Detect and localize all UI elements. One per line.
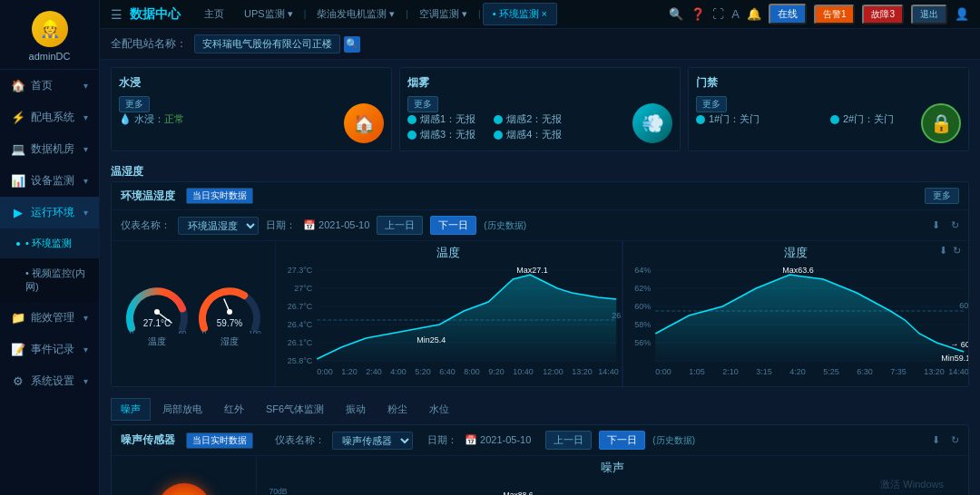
noise-tab-water[interactable]: 水位 — [419, 398, 459, 421]
temp-update-button[interactable]: 更多 — [925, 188, 959, 204]
datacenter-icon: 💻 — [11, 142, 25, 157]
door-label-2: 2#门：关门 — [843, 112, 894, 126]
sidebar-item-datacenter[interactable]: 💻 数据机房 ▾ — [0, 133, 99, 165]
nav-tab-generator[interactable]: 柴油发电机监测 ▾ — [308, 4, 404, 24]
chevron-icon: ▾ — [83, 376, 88, 386]
svg-text:60%: 60% — [634, 302, 651, 311]
sidebar-item-label: 运行环境 — [31, 205, 74, 220]
noise-tab-partial[interactable]: 局部放电 — [152, 398, 212, 421]
svg-text:6:30: 6:30 — [857, 367, 873, 376]
noise-sensor-select[interactable]: 噪声传感器 — [332, 432, 413, 450]
noise-prev-button[interactable]: 上一日 — [545, 431, 592, 450]
temp-gauge-svg: 27.1°C 0 60 — [124, 279, 190, 334]
sidebar-item-label: 事件记录 — [31, 342, 74, 357]
nav-tab-ac[interactable]: 空调监测 ▾ — [410, 4, 476, 24]
noise-tab-ir[interactable]: 红外 — [214, 398, 254, 421]
smoke-item-2: 烟感3：无报 烟感4：无报 — [407, 128, 672, 141]
svg-text:60.28: 60.28 — [959, 301, 968, 310]
noise-tab-noise[interactable]: 噪声 — [111, 398, 151, 421]
hum-gauge-label: 湿度 — [220, 335, 239, 348]
submenu-item-env-monitor[interactable]: • 环境监测 — [0, 228, 99, 258]
nav-tab-env[interactable]: • 环境监测 × — [483, 3, 557, 25]
hum-chart-title: 湿度 — [623, 241, 969, 261]
noise-tab-dust[interactable]: 粉尘 — [377, 398, 417, 421]
noise-refresh-icon[interactable]: ↻ — [951, 434, 959, 446]
door-more-button[interactable]: 更多 — [696, 96, 727, 112]
temp-charts-row: 27.1°C 0 60 温度 59.7% 0 10 — [112, 241, 968, 386]
svg-text:70dB: 70dB — [269, 487, 287, 495]
svg-text:Max88.6: Max88.6 — [504, 490, 534, 495]
hum-refresh-icon[interactable]: ↻ — [953, 245, 961, 257]
water-more-button[interactable]: 更多 — [119, 96, 150, 112]
expand-icon[interactable]: ⛶ — [712, 7, 724, 21]
logout-button[interactable]: 退出 — [911, 5, 947, 24]
noise-tab-vibration[interactable]: 振动 — [336, 398, 376, 421]
svg-text:→ 60.28: → 60.28 — [950, 340, 968, 349]
sidebar-item-settings[interactable]: ⚙ 系统设置 ▾ — [0, 365, 99, 397]
submenu: • 环境监测 • 视频监控(内网) — [0, 228, 99, 302]
hist-link[interactable]: (历史数据) — [484, 219, 526, 232]
menu-icon: ☰ — [111, 7, 122, 22]
sidebar-item-events[interactable]: 📝 事件记录 ▾ — [0, 334, 99, 365]
alert-button[interactable]: 告警1 — [814, 5, 856, 24]
refresh-icon[interactable]: ↻ — [951, 219, 959, 231]
hum-download-icon[interactable]: ⬇ — [939, 245, 947, 257]
download-icon[interactable]: ⬇ — [932, 219, 940, 231]
sidebar-item-power[interactable]: ⚡ 配电系统 ▾ — [0, 102, 99, 133]
next-day-button[interactable]: 下一日 — [430, 216, 476, 235]
svg-text:2:40: 2:40 — [366, 367, 382, 376]
nav-separator2: | — [406, 9, 408, 19]
noise-next-button[interactable]: 下一日 — [599, 431, 645, 450]
noise-download-icon[interactable]: ⬇ — [932, 434, 940, 446]
prev-day-button[interactable]: 上一日 — [377, 216, 423, 235]
nav-tab-ups[interactable]: UPS监测 ▾ — [235, 4, 302, 24]
svg-text:14:40: 14:40 — [948, 367, 968, 376]
noise-content: 🔊 噪声：65.4dB 噪声 — [112, 456, 968, 495]
svg-text:27.3°C: 27.3°C — [288, 266, 313, 275]
subheader-search-button[interactable]: 🔍 — [344, 36, 360, 53]
svg-text:0:00: 0:00 — [655, 367, 671, 376]
nav-tab-home[interactable]: 主页 — [195, 4, 233, 24]
smoke-label-3: 烟感3：无报 — [420, 128, 475, 141]
online-button[interactable]: 在线 — [769, 4, 807, 24]
svg-text:26.7°C: 26.7°C — [288, 302, 313, 311]
user-icon[interactable]: 👤 — [955, 7, 969, 21]
noise-left: 🔊 噪声：65.4dB — [112, 456, 257, 495]
svg-text:Max63.6: Max63.6 — [782, 266, 814, 275]
chevron-icon: ▾ — [83, 345, 88, 354]
smoke-more-button[interactable]: 更多 — [407, 96, 438, 112]
noise-tab-sf6[interactable]: SF6气体监测 — [256, 398, 334, 421]
sensor-select[interactable]: 环境温湿度 — [178, 217, 259, 235]
temp-area: 环境温湿度 当日实时数据 更多 仪表名称： 环境温湿度 日期： 📅 2021-0… — [111, 181, 969, 387]
svg-text:27°C: 27°C — [294, 284, 313, 293]
realtime-badge: 当日实时数据 — [186, 188, 253, 204]
noise-date-value: 📅 2021-05-10 — [465, 434, 531, 446]
header-nav: 主页 UPS监测 ▾ | 柴油发电机监测 ▾ | 空调监测 ▾ | • 环境监测… — [195, 3, 557, 25]
nav-separator3: | — [478, 9, 481, 19]
sidebar-item-energy[interactable]: 📁 能效管理 ▾ — [0, 302, 99, 334]
bell-icon[interactable]: 🔔 — [747, 7, 761, 21]
sidebar-item-label: 设备监测 — [31, 173, 74, 189]
smoke-label-2: 烟感2：无报 — [506, 112, 562, 126]
submenu-item-video[interactable]: • 视频监控(内网) — [0, 258, 99, 302]
fault-button[interactable]: 故障3 — [862, 5, 904, 24]
water-icon: 🏠 — [344, 103, 384, 143]
sidebar-item-device[interactable]: 📊 设备监测 ▾ — [0, 165, 99, 197]
svg-point-4 — [154, 309, 160, 315]
temp-chart-title: 温度 — [276, 241, 622, 261]
water-status-text: 💧 水浸：正常 — [119, 113, 184, 124]
door-item-1: 1#门：关门 — [696, 112, 827, 126]
sidebar-item-home[interactable]: 🏠 首页 ▾ — [0, 70, 99, 102]
svg-text:14:40: 14:40 — [598, 367, 619, 376]
noise-hist-link[interactable]: (历史数据) — [652, 434, 695, 447]
svg-text:0: 0 — [130, 329, 134, 334]
font-icon[interactable]: A — [731, 7, 740, 21]
temp-controls: 仪表名称： 环境温湿度 日期： 📅 2021-05-10 上一日 下一日 (历史… — [112, 210, 968, 241]
cards-row: 水浸 更多 💧 水浸：正常 🏠 烟雾 更多 烟感1：无报 烟感2：无报 烟感3： — [100, 60, 980, 159]
sidebar-item-environment[interactable]: ▶ 运行环境 ▾ — [0, 197, 99, 228]
search-icon[interactable]: 🔍 — [669, 7, 683, 21]
sidebar-menu: 🏠 首页 ▾ ⚡ 配电系统 ▾ 💻 数据机房 ▾ 📊 设备监测 ▾ ▶ 运行环境… — [0, 70, 99, 495]
power-icon: ⚡ — [11, 111, 25, 125]
noise-badge: 当日实时数据 — [186, 432, 253, 449]
question-icon[interactable]: ❓ — [691, 7, 705, 21]
